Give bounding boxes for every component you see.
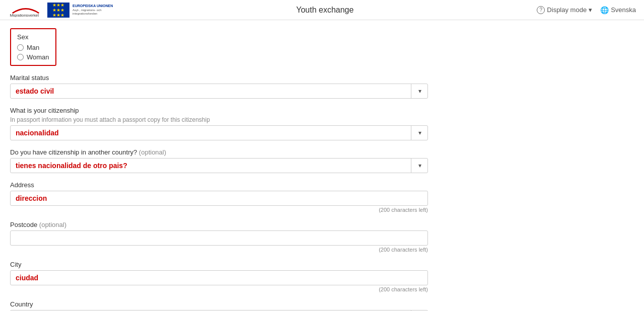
- marital-status-select[interactable]: estado civil: [10, 84, 428, 99]
- svg-text:Migrationsverket: Migrationsverket: [10, 13, 39, 17]
- sex-radio-group: Man Woman: [17, 44, 49, 61]
- city-label: City: [10, 261, 524, 268]
- language-switcher[interactable]: 🌐 Svenska: [600, 6, 636, 14]
- city-input[interactable]: [10, 270, 428, 285]
- language-label: Svenska: [611, 6, 636, 14]
- citizenship-other-select[interactable]: tienes nacionalidad de otro pais?: [10, 158, 428, 173]
- eu-flag: ★★★★★★★★★: [47, 3, 69, 18]
- address-field: Address (200 characters left): [10, 181, 524, 213]
- country-label: Country: [10, 300, 524, 308]
- sex-radio-man[interactable]: [17, 44, 24, 51]
- citizenship-other-field: Do you have citizenship in another count…: [10, 148, 524, 173]
- display-mode-arrow: ▾: [589, 6, 592, 14]
- main-content: Sex Man Woman Marital status estado civi…: [0, 20, 534, 311]
- eu-logo-area: ★★★★★★★★★ EUROPEISKA UNIONEN Asyl-, migr…: [47, 3, 113, 18]
- postcode-input[interactable]: [10, 230, 428, 246]
- display-mode-label: Display mode: [547, 6, 587, 14]
- marital-status-field: Marital status estado civil ▾: [10, 74, 524, 99]
- address-char-count: (200 characters left): [10, 207, 428, 213]
- citizenship-select[interactable]: nacionalidad: [10, 125, 428, 140]
- header: Migrationsverket ★★★★★★★★★ EUROPEISKA UN…: [0, 0, 644, 20]
- sex-option-woman[interactable]: Woman: [17, 53, 49, 61]
- postcode-optional: (optional): [39, 221, 66, 228]
- address-label: Address: [10, 181, 524, 189]
- postcode-char-count: (200 characters left): [10, 247, 428, 253]
- citizenship-other-label: Do you have citizenship in another count…: [10, 148, 524, 156]
- citizenship-label: What is your citizenship: [10, 107, 524, 114]
- citizenship-dropdown-wrapper: nacionalidad ▾: [10, 125, 428, 140]
- city-char-count: (200 characters left): [10, 286, 428, 292]
- migrationsverket-logo: Migrationsverket: [8, 3, 43, 17]
- logo-area: Migrationsverket ★★★★★★★★★ EUROPEISKA UN…: [8, 3, 113, 18]
- sex-radio-woman[interactable]: [17, 54, 24, 60]
- postcode-label: Postcode (optional): [10, 221, 524, 228]
- postcode-input-wrapper: (200 characters left): [10, 230, 428, 253]
- postcode-field: Postcode (optional) (200 characters left…: [10, 221, 524, 253]
- city-input-wrapper: (200 characters left): [10, 270, 428, 292]
- globe-icon: 🌐: [600, 6, 609, 14]
- sex-man-label: Man: [27, 44, 39, 51]
- display-mode-button[interactable]: ? Display mode ▾: [537, 6, 592, 14]
- city-field: City (200 characters left): [10, 261, 524, 292]
- sex-option-man[interactable]: Man: [17, 44, 49, 51]
- sex-woman-label: Woman: [27, 53, 49, 61]
- marital-status-dropdown-wrapper: estado civil ▾: [10, 84, 428, 99]
- page-title: Youth exchange: [113, 6, 537, 15]
- citizenship-sublabel: In passport information you must attach …: [10, 116, 524, 123]
- help-icon: ?: [537, 6, 545, 14]
- citizenship-other-optional: (optional): [139, 148, 166, 156]
- country-field: Country pais ▾: [10, 300, 524, 311]
- citizenship-other-dropdown-wrapper: tienes nacionalidad de otro pais? ▾: [10, 158, 428, 173]
- address-input[interactable]: [10, 191, 428, 206]
- sex-section: Sex Man Woman: [10, 28, 56, 66]
- address-input-wrapper: (200 characters left): [10, 191, 428, 213]
- marital-status-label: Marital status: [10, 74, 524, 82]
- eu-text: EUROPEISKA UNIONEN Asyl-, migrations- oc…: [73, 4, 113, 16]
- header-controls: ? Display mode ▾ 🌐 Svenska: [537, 6, 636, 14]
- citizenship-field: What is your citizenship In passport inf…: [10, 107, 524, 140]
- sex-label: Sex: [17, 33, 49, 41]
